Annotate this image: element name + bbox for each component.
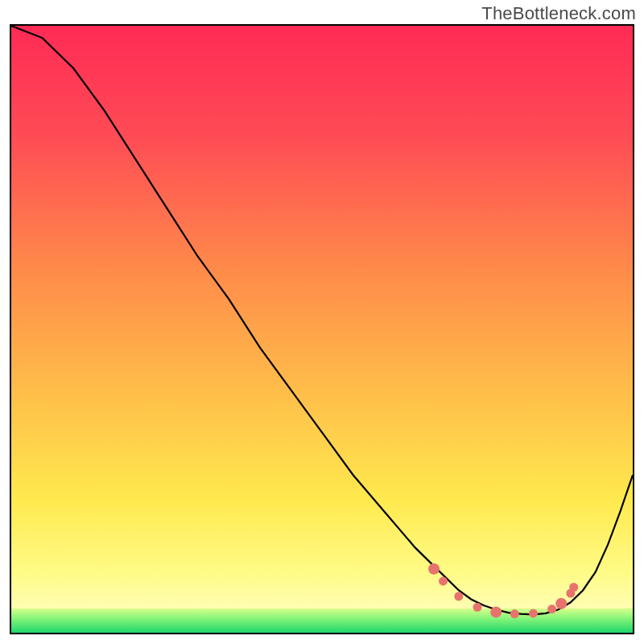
optimal-band xyxy=(11,609,633,633)
plot-area xyxy=(10,24,634,634)
watermark-text: TheBottleneck.com xyxy=(481,3,636,24)
highlight-dot xyxy=(454,592,463,601)
highlight-dot xyxy=(555,598,567,609)
chart-svg xyxy=(11,26,633,633)
highlight-dot xyxy=(439,576,448,585)
highlight-dot xyxy=(569,583,578,592)
chart-frame: TheBottleneck.com xyxy=(0,0,644,644)
highlight-dot xyxy=(547,605,556,613)
highlight-dot xyxy=(510,609,519,618)
highlight-dot xyxy=(473,603,482,612)
gradient-background xyxy=(11,26,633,633)
highlight-dot xyxy=(529,609,538,617)
highlight-dot xyxy=(428,564,440,575)
highlight-dot xyxy=(490,606,502,617)
